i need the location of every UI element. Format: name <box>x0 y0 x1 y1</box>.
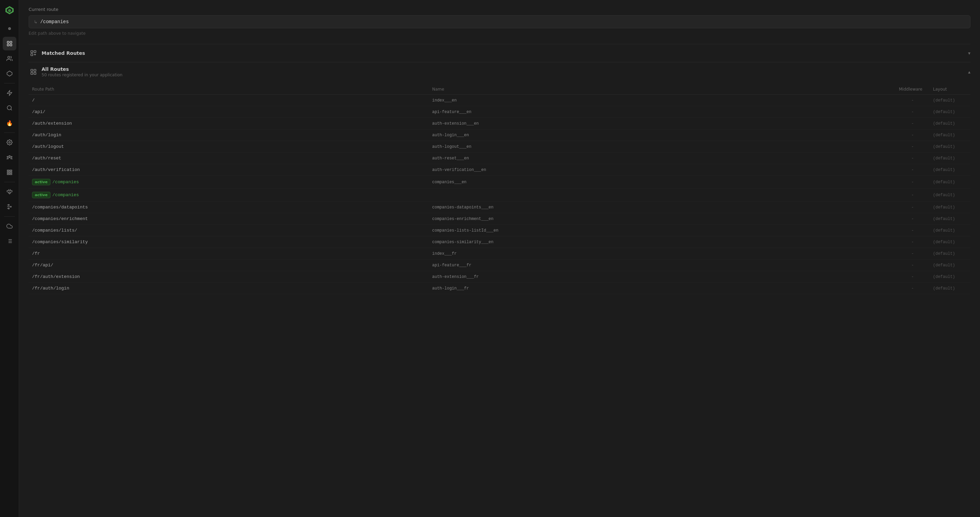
route-path-cell: /auth/extension <box>29 118 429 129</box>
table-row[interactable]: /companies/similaritycompanies-similarit… <box>29 236 970 248</box>
all-routes-chevron: ▴ <box>968 69 970 75</box>
sidebar-fire-icon[interactable]: 🔥 <box>3 116 16 130</box>
route-path-text: /companies/similarity <box>32 239 88 244</box>
sidebar-routes-icon[interactable] <box>3 37 16 51</box>
route-name-cell: auth-verification___en <box>429 164 896 176</box>
svg-point-14 <box>8 155 10 157</box>
active-badge: active <box>32 179 51 185</box>
svg-rect-20 <box>10 170 11 171</box>
route-layout-cell: (default) <box>929 260 970 271</box>
route-path-text: / <box>32 98 35 103</box>
table-row[interactable]: /fr/api/api-feature___fr-(default) <box>29 260 970 271</box>
route-middleware-cell: - <box>896 283 929 294</box>
route-name-cell: companies-datapoints___en <box>429 201 896 213</box>
svg-point-4 <box>9 28 10 29</box>
route-input-bar[interactable]: ↳ /companies <box>29 15 970 28</box>
sidebar-flow-icon[interactable] <box>3 200 16 214</box>
route-path-text: /companies/lists/ <box>32 228 77 233</box>
route-name-cell: index___en <box>429 95 896 106</box>
route-layout-cell: (default) <box>929 106 970 118</box>
route-middleware-cell: - <box>896 236 929 248</box>
route-layout-cell: (default) <box>929 213 970 225</box>
route-name-cell: index___fr <box>429 248 896 260</box>
table-row[interactable]: /api/api-feature___en-(default) <box>29 106 970 118</box>
sidebar-cloud-icon[interactable] <box>3 219 16 233</box>
route-path-text: /auth/reset <box>32 155 61 161</box>
svg-point-9 <box>8 56 10 58</box>
table-row[interactable]: /index___en-(default) <box>29 95 970 106</box>
all-routes-icon <box>29 67 38 77</box>
table-row[interactable]: /fr/auth/extensionauth-extension___fr-(d… <box>29 271 970 283</box>
table-row[interactable]: /auth/resetauth-reset___en-(default) <box>29 152 970 164</box>
table-row[interactable]: /auth/verificationauth-verification___en… <box>29 164 970 176</box>
route-path-text: /fr/auth/extension <box>32 274 80 279</box>
table-row[interactable]: /companies/datapointscompanies-datapoint… <box>29 201 970 213</box>
sidebar-grid-icon[interactable] <box>3 165 16 179</box>
sidebar-users-icon[interactable] <box>3 52 16 65</box>
route-middleware-cell: - <box>896 189 929 201</box>
table-row[interactable]: /companies/lists/companies-lists-listId_… <box>29 225 970 236</box>
route-path-text: /companies/enrichment <box>32 216 88 221</box>
matched-routes-title-block: Matched Routes <box>41 51 85 56</box>
svg-marker-11 <box>7 90 12 96</box>
route-layout-cell: (default) <box>929 189 970 201</box>
sidebar-plug-icon[interactable] <box>3 185 16 198</box>
table-row[interactable]: /auth/loginauth-login___en-(default) <box>29 129 970 141</box>
sidebar-team-icon[interactable] <box>3 151 16 164</box>
route-path-cell: /fr/auth/extension <box>29 271 429 283</box>
table-row[interactable]: /fr/auth/loginauth-login___fr-(default) <box>29 283 970 294</box>
route-path-text: /auth/extension <box>32 121 72 126</box>
sidebar-network-icon[interactable] <box>3 67 16 80</box>
svg-rect-21 <box>10 172 11 173</box>
table-row[interactable]: /auth/logoutauth-logout___en-(default) <box>29 141 970 152</box>
svg-rect-33 <box>31 51 33 53</box>
svg-rect-41 <box>34 73 36 75</box>
route-layout-cell: (default) <box>929 283 970 294</box>
route-name-cell: companies-enrichment___en <box>429 213 896 225</box>
table-row[interactable]: /frindex___fr-(default) <box>29 248 970 260</box>
sidebar-inspect-icon[interactable] <box>3 101 16 115</box>
route-layout-cell: (default) <box>929 236 970 248</box>
sidebar-settings-icon[interactable] <box>3 136 16 149</box>
route-path-cell: /auth/login <box>29 129 429 141</box>
route-layout-cell: (default) <box>929 225 970 236</box>
main-content: Current route ↳ /companies Edit path abo… <box>19 0 980 517</box>
table-row[interactable]: /companies/enrichmentcompanies-enrichmen… <box>29 213 970 225</box>
svg-point-26 <box>8 208 9 209</box>
route-path-text: /api/ <box>32 109 45 114</box>
route-layout-cell: (default) <box>929 201 970 213</box>
sidebar-home-icon[interactable] <box>3 22 16 35</box>
route-layout-cell: (default) <box>929 176 970 189</box>
svg-rect-7 <box>7 44 9 46</box>
svg-rect-39 <box>34 70 36 71</box>
svg-rect-6 <box>10 41 11 43</box>
route-name-cell: api-feature___fr <box>429 260 896 271</box>
route-layout-cell: (default) <box>929 141 970 152</box>
sidebar-zap-icon[interactable] <box>3 86 16 100</box>
route-layout-cell: (default) <box>929 95 970 106</box>
route-path-cell: /auth/verification <box>29 164 429 176</box>
route-name-cell: api-feature___en <box>429 106 896 118</box>
sidebar-divider-4 <box>4 216 15 217</box>
route-layout-cell: (default) <box>929 152 970 164</box>
route-middleware-cell: - <box>896 176 929 189</box>
route-middleware-cell: - <box>896 248 929 260</box>
svg-rect-23 <box>8 192 11 193</box>
route-path-cell: /api/ <box>29 106 429 118</box>
matched-routes-chevron: ▾ <box>968 51 970 56</box>
sidebar-list-icon[interactable] <box>3 234 16 248</box>
table-row[interactable]: /auth/extensionauth-extension___en-(defa… <box>29 118 970 129</box>
svg-marker-10 <box>7 71 12 76</box>
matched-routes-header[interactable]: Matched Routes ▾ <box>29 44 970 62</box>
route-middleware-cell: - <box>896 141 929 152</box>
table-row[interactable]: active/companiescompanies___en-(default) <box>29 176 970 189</box>
svg-point-12 <box>7 106 11 109</box>
route-middleware-cell: - <box>896 225 929 236</box>
route-path-cell: /companies/datapoints <box>29 201 429 213</box>
all-routes-header[interactable]: All Routes 50 routes registered in your … <box>29 62 970 81</box>
svg-rect-34 <box>34 51 36 53</box>
svg-rect-5 <box>7 41 9 43</box>
route-middleware-cell: - <box>896 129 929 141</box>
table-row[interactable]: active/companies-(default) <box>29 189 970 201</box>
route-middleware-cell: - <box>896 164 929 176</box>
